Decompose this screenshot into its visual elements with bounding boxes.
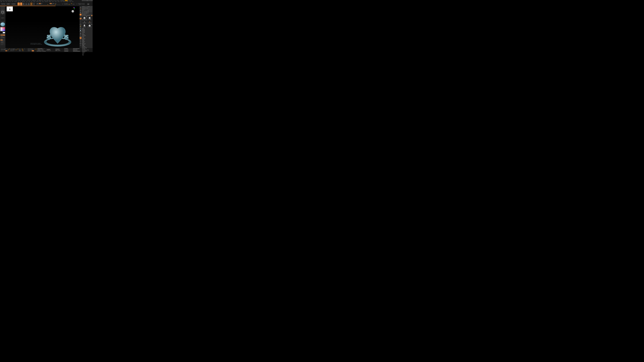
lazyradius-slider[interactable]: LazyRadius <box>0 43 5 44</box>
menu-preferences[interactable]: Preferences <box>45 1 48 2</box>
menu-marker[interactable]: Marker <box>34 1 36 2</box>
move-nav-button[interactable]: ✋Move <box>80 26 82 27</box>
lightbox-tab[interactable]: LightBox <box>6 3 10 5</box>
inflate-slider[interactable] <box>21 50 24 50</box>
refresh-icon[interactable]: ⟳ <box>92 0 92 1</box>
menu-help[interactable]: Help <box>72 1 74 2</box>
lazymouse-button[interactable]: LazyMouse <box>0 42 5 43</box>
split-similar[interactable]: Split To Similar Parts <box>73 48 80 49</box>
menu-brush[interactable]: Brush <box>3 1 5 2</box>
size-deform[interactable]: Size <box>19 49 20 49</box>
menu-stencil[interactable]: Stencil <box>52 1 54 2</box>
aa3-button[interactable]: 〰 <box>80 22 82 23</box>
double-button[interactable]: Double <box>0 40 3 41</box>
focal-slider[interactable] <box>68 3 75 4</box>
polish-crisp[interactable]: Polish Crisp Edges <box>28 49 33 50</box>
extract-button[interactable]: Extract <box>0 39 5 39</box>
scale-button[interactable]: ⤢Scale <box>25 3 27 5</box>
persp-button[interactable]: ▣Persp <box>80 10 82 11</box>
seethrough-button[interactable]: See-through 0 <box>60 0 65 1</box>
doc-thumbnail[interactable]: ☁ <box>6 7 12 11</box>
menu-zplugin[interactable]: Zplugin <box>66 1 68 2</box>
menu-color[interactable]: Color <box>6 1 7 2</box>
save-as-button[interactable]: Save As <box>87 6 92 7</box>
tool-simplebrush[interactable]: SSimpleBrush <box>87 20 92 24</box>
paste-tool-button[interactable]: Paste Tool <box>87 9 92 10</box>
polish-btn[interactable]: Polish <box>55 50 58 51</box>
radialcount[interactable]: RadialCount <box>10 50 14 51</box>
all-button[interactable]: All <box>84 13 85 14</box>
split-unmasked[interactable]: Split Unmasked Points <box>73 51 80 52</box>
zint-slider[interactable] <box>54 4 60 5</box>
ghost-button[interactable]: ◐Ghost <box>80 37 82 39</box>
draw-button[interactable]: ✢Draw <box>20 3 22 5</box>
rotate-nav-button[interactable]: 🔄Rotate <box>80 30 82 32</box>
polish-feat-slider[interactable] <box>34 49 35 49</box>
axis-gizmo[interactable] <box>73 7 76 10</box>
backfacemask-button[interactable]: BackfaceMask <box>0 37 5 38</box>
tool-cylinder3d[interactable]: Cylinder3D <box>82 24 87 28</box>
imbed-slider[interactable] <box>30 51 32 51</box>
gradient-label[interactable]: Gradient <box>2 31 4 32</box>
tool-sphere3d[interactable]: Sphere3D <box>87 17 92 20</box>
make-polymesh-button[interactable]: Make PolyMesh3D <box>84 11 92 12</box>
menu-tool[interactable]: Tool <box>60 1 62 2</box>
apply-button[interactable]: Apply <box>41 49 44 50</box>
close-holes[interactable]: Close Holes <box>64 51 69 52</box>
color-picker[interactable] <box>0 27 5 31</box>
zsize-slider[interactable] <box>15 50 18 50</box>
xyz-label[interactable]: X Y Z <box>24 49 25 49</box>
menus-button[interactable]: Menus <box>65 0 68 1</box>
dynamic-subdiv[interactable]: Dynamic <box>37 49 41 50</box>
main-secondary-color[interactable] <box>0 32 5 33</box>
ysize-slider[interactable] <box>15 49 18 49</box>
r-tool-button[interactable]: R <box>91 15 92 16</box>
sculptris-button[interactable]: ● <box>30 3 32 5</box>
local-button[interactable]: ⌖Local <box>80 14 82 16</box>
import-button[interactable]: Import <box>82 10 87 11</box>
menu-macro[interactable]: Macro <box>31 1 33 2</box>
polyf-button[interactable]: ▦PolyF <box>80 33 82 35</box>
quicksave-button[interactable]: QuickSave <box>56 0 60 1</box>
mrgb-button[interactable]: Mrgb <box>36 3 38 4</box>
select-rect[interactable] <box>0 7 5 10</box>
menu-transform[interactable]: Transform <box>62 1 66 2</box>
drawsize-slider[interactable] <box>68 4 72 5</box>
polish-features[interactable]: Polish By Features <box>28 49 33 49</box>
zcut-button[interactable]: Zcut <box>54 3 56 4</box>
dynamesh-quick[interactable]: ◯ <box>33 3 35 5</box>
load-tool-button[interactable]: Load Tool <box>82 6 87 7</box>
x-center[interactable]: >X< <box>1 50 2 51</box>
y-size[interactable]: Y Size 24.63895 <box>10 49 15 49</box>
current-tool-header[interactable]: Heart and Flowers Ring 18mR <box>82 15 92 16</box>
r-center[interactable]: (R) <box>8 50 8 51</box>
menu-picker[interactable]: Picker <box>42 1 44 2</box>
mergedown[interactable]: MergeDown <box>55 49 60 50</box>
switchcolor-button[interactable]: SwitchColor <box>0 34 5 34</box>
menu-draw[interactable]: Draw <box>12 1 14 2</box>
home-tab[interactable]: Home Page <box>1 3 6 5</box>
inflate-deform[interactable]: Inflate <box>19 50 21 50</box>
tool-heart-ring[interactable]: Heart and Flow7 <box>82 17 87 20</box>
aa-button[interactable]: ⟲ <box>80 20 82 21</box>
z-size[interactable]: Z Size 9.78156 <box>10 50 14 50</box>
move-button[interactable]: ✥Move <box>23 3 25 5</box>
xsize-slider[interactable] <box>6 50 9 50</box>
xpose-button[interactable]: ✶Xpose <box>80 42 82 44</box>
smoothsubdiv[interactable]: SmoothSubdiv <box>36 51 42 52</box>
double-label[interactable]: Double <box>87 3 89 4</box>
accept-button[interactable]: Accept <box>3 40 5 41</box>
material-slot[interactable] <box>0 22 5 26</box>
xyz-button[interactable]: Qxyz <box>80 18 82 19</box>
menu-dynamics[interactable]: Dynamics <box>14 1 17 2</box>
aa2-button[interactable]: ⟳ <box>80 21 82 22</box>
liveboolean-tab[interactable]: Live Boolean <box>11 3 16 5</box>
polish-crisp-slider[interactable] <box>34 50 35 50</box>
rotate-button[interactable]: ⟲Rotate <box>28 3 30 5</box>
zsub-button[interactable]: Zsub <box>52 3 54 4</box>
x-size[interactable]: X Size 21.92683 <box>1 50 6 50</box>
y-center[interactable]: >Y< <box>2 50 4 51</box>
bpr-button[interactable]: ●BPR <box>80 7 82 8</box>
thick-slider[interactable]: Thick 0.02 <box>0 41 5 42</box>
zoom3d-button[interactable]: 🔍Zoom3D <box>80 28 82 30</box>
